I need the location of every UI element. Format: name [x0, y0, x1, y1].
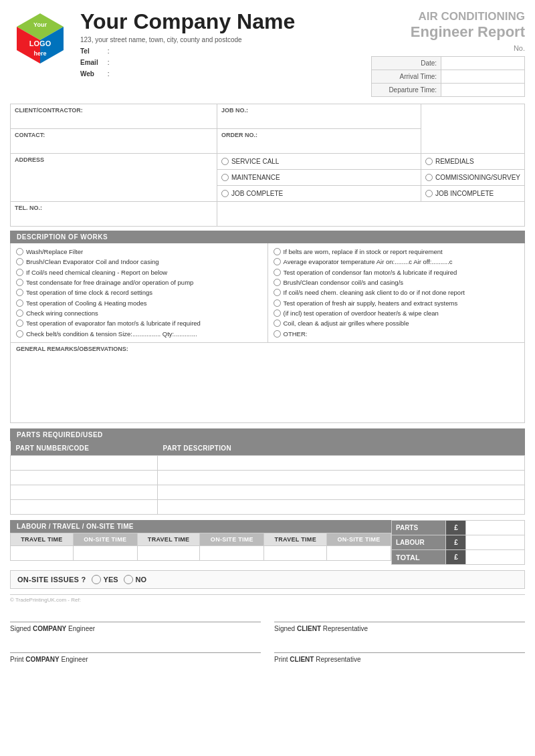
onsite-yes-option[interactable]: YES: [92, 575, 118, 584]
remedials-option[interactable]: REMEDIALS: [425, 156, 520, 166]
work-item-r4: Brush/Clean condensor coil/s and casing/…: [274, 277, 520, 287]
work-item-r1: If belts are worn, replace if in stock o…: [274, 247, 520, 257]
work-radio-r1[interactable]: [274, 248, 281, 255]
job-no-value[interactable]: [221, 114, 417, 126]
work-item-r7: (if incl) test operation of overdoor hea…: [274, 308, 520, 318]
parts-total-label: PARTS: [392, 521, 446, 535]
client-job-table: CLIENT/CONTRACTOR: JOB NO.: CONTACT: ORD…: [10, 104, 525, 227]
labour-val-1-onsite[interactable]: [73, 546, 137, 561]
address-value[interactable]: [15, 163, 213, 197]
parts-row-3: [11, 485, 525, 500]
signed-company-label: Signed COMPANY Engineer: [10, 625, 261, 632]
parts-total-value[interactable]: [466, 521, 525, 535]
job-incomplete-option[interactable]: JOB INCOMPLETE: [425, 188, 520, 199]
contact-value[interactable]: [15, 138, 213, 150]
work-radio-9[interactable]: [16, 330, 23, 338]
commissioning-radio[interactable]: [425, 174, 433, 181]
labour-val-1-travel[interactable]: [11, 546, 74, 561]
order-no-value[interactable]: [221, 138, 417, 150]
web-label: Web: [80, 68, 106, 80]
parts-row-4: [11, 500, 525, 515]
remarks-content[interactable]: [16, 352, 519, 419]
signed-company-block: Signed COMPANY Engineer: [10, 608, 261, 632]
parts-col1-header: PART NUMBER/CODE: [11, 441, 158, 456]
parts-row-1: [11, 456, 525, 471]
work-radio-5[interactable]: [16, 289, 23, 296]
job-complete-radio[interactable]: [221, 190, 229, 197]
parts-num-2[interactable]: [11, 471, 158, 485]
work-radio-r2[interactable]: [274, 258, 281, 265]
labour-total-value[interactable]: [466, 535, 525, 550]
company-logo: Your LOGO here: [10, 10, 70, 70]
labour-total-row: LABOUR £: [392, 535, 525, 550]
work-radio-7[interactable]: [16, 309, 23, 317]
onsite-no-option[interactable]: NO: [124, 575, 147, 584]
parts-desc-4[interactable]: [158, 500, 525, 515]
job-incomplete-radio[interactable]: [425, 190, 433, 197]
print-client-label: Print CLIENT Representative: [274, 656, 525, 663]
grand-total-value[interactable]: [466, 550, 525, 565]
labour-val-3-onsite[interactable]: [327, 546, 391, 561]
print-client-block: Print CLIENT Representative: [274, 639, 525, 663]
onsite-section: ON-SITE ISSUES ? YES NO: [10, 570, 525, 589]
labour-val-2-travel[interactable]: [137, 546, 200, 561]
maintenance-radio[interactable]: [221, 174, 229, 181]
remedials-radio[interactable]: [425, 158, 433, 165]
parts-num-4[interactable]: [11, 500, 158, 515]
work-radio-8[interactable]: [16, 320, 23, 327]
arrival-value[interactable]: [441, 70, 525, 84]
service-call-radio[interactable]: [221, 158, 229, 165]
report-box: AIR CONDITIONING Engineer Report No. Dat…: [371, 10, 525, 97]
labour-total-label: LABOUR: [392, 535, 446, 550]
works-header: DESCRIPTION OF WORKS: [10, 231, 525, 243]
parts-desc-3[interactable]: [158, 485, 525, 500]
labour-header: LABOUR / TRAVEL / ON-SITE TIME: [10, 520, 391, 533]
work-radio-r8[interactable]: [274, 320, 281, 327]
print-company-label: Print COMPANY Engineer: [10, 656, 261, 663]
commissioning-option[interactable]: COMMISSIONING/SURVEY: [425, 172, 520, 182]
grand-total-label: TOTAL: [392, 550, 446, 565]
onsite-yes-label: YES: [104, 576, 118, 584]
report-number: No.: [371, 44, 525, 52]
departure-value[interactable]: [441, 84, 525, 97]
parts-num-3[interactable]: [11, 485, 158, 500]
date-value[interactable]: [441, 57, 525, 70]
parts-num-1[interactable]: [11, 456, 158, 471]
date-label: Date:: [372, 57, 441, 70]
onsite-yes-radio[interactable]: [92, 575, 101, 584]
work-item-r8: Coil, clean & adjust air grilles where p…: [274, 319, 520, 329]
parts-desc-2[interactable]: [158, 471, 525, 485]
labour-val-3-travel[interactable]: [264, 546, 327, 561]
work-radio-3[interactable]: [16, 269, 23, 276]
signed-client-block: Signed CLIENT Representative: [274, 608, 525, 632]
work-radio-6[interactable]: [16, 299, 23, 307]
work-item-3: If Coil/s need chemical cleaning - Repor…: [16, 267, 262, 277]
work-radio-r5[interactable]: [274, 289, 281, 296]
report-title: AIR CONDITIONING: [371, 10, 525, 23]
service-call-option[interactable]: SERVICE CALL: [221, 156, 417, 166]
labour-table: TRAVEL TIME ON-SITE TIME TRAVEL TIME ON-…: [10, 533, 391, 561]
signed-client-label: Signed CLIENT Representative: [274, 625, 525, 632]
work-radio-r6[interactable]: [274, 299, 281, 307]
work-item-r3: Test operation of condensor fan motor/s …: [274, 267, 520, 277]
maintenance-option[interactable]: MAINTENANCE: [221, 172, 417, 182]
onsite-no-radio[interactable]: [124, 575, 133, 584]
grand-total-row: TOTAL £: [392, 550, 525, 565]
work-radio-4[interactable]: [16, 279, 23, 286]
work-radio-2[interactable]: [16, 258, 23, 265]
grand-total-currency: £: [446, 550, 466, 565]
work-item-7: Check wiring connections: [16, 308, 262, 318]
job-complete-option[interactable]: JOB COMPLETE: [221, 188, 417, 199]
parts-desc-1[interactable]: [158, 456, 525, 471]
labour-val-2-onsite[interactable]: [200, 546, 264, 561]
client-contractor-value[interactable]: [15, 114, 213, 126]
work-item-r6: Test operation of fresh air supply, heat…: [274, 298, 520, 308]
work-radio-r9[interactable]: [274, 330, 281, 338]
work-radio-r7[interactable]: [274, 309, 281, 317]
footer-section: © TradePrintingUK.com - Ref: Signed COMP…: [10, 594, 525, 663]
work-radio-1[interactable]: [16, 248, 23, 255]
work-radio-r4[interactable]: [274, 279, 281, 286]
print-company-line: [10, 652, 261, 653]
work-radio-r3[interactable]: [274, 269, 281, 276]
tel-no-value[interactable]: [15, 211, 213, 223]
